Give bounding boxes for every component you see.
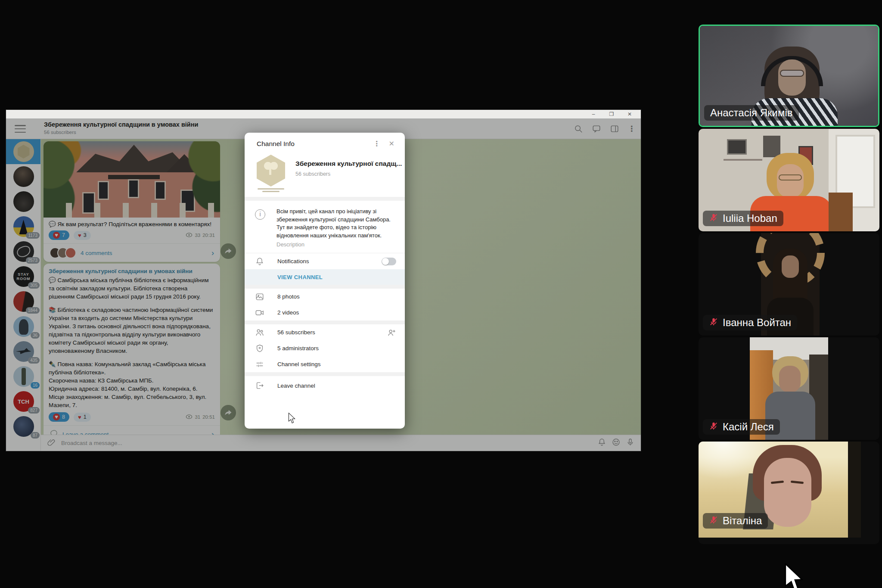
description-row: i Всім привіт, цей канал про ініціативу … [245, 201, 405, 253]
participant-name-tag: Віталіна [703, 513, 768, 529]
window-minimize-button[interactable]: – [590, 110, 597, 118]
dialog-title: Channel Info [257, 140, 295, 148]
participant-tile-anastasiia[interactable]: Анастасія Якимів [699, 25, 879, 127]
info-icon: i [255, 209, 265, 220]
video-icon [255, 308, 264, 317]
participant-name-tag: Анастасія Якимів [704, 105, 799, 121]
leave-icon [255, 381, 264, 390]
mouse-cursor-large [784, 563, 804, 588]
dialog-more-icon[interactable]: ⋮ [367, 140, 386, 148]
notifications-row[interactable]: Notifications [245, 253, 405, 269]
channel-profile: Збереження культурної спадщ... 56 subscr… [245, 152, 405, 197]
people-icon [255, 328, 264, 337]
muted-microphone-icon [709, 213, 718, 224]
settings-sliders-icon [255, 360, 264, 369]
notifications-toggle-off[interactable] [382, 258, 396, 265]
channel-info-dialog: Channel Info ⋮ ✕ Збереження культурної с… [245, 133, 405, 429]
add-subscriber-icon[interactable] [387, 328, 396, 337]
videos-row[interactable]: 2 videos [245, 305, 405, 320]
participant-tile-vitalina[interactable]: Віталіна [699, 442, 879, 544]
participant-name-tag: Іванна Войтан [703, 315, 797, 330]
muted-microphone-icon [709, 421, 718, 432]
photos-row[interactable]: 8 photos [245, 289, 405, 305]
participant-tile-ivanna[interactable]: Іванна Войтан [699, 233, 879, 336]
window-close-button[interactable]: ✕ [626, 110, 633, 118]
subscribers-row[interactable]: 56 subscribers [245, 324, 405, 340]
dialog-close-icon[interactable]: ✕ [386, 140, 397, 148]
mouse-cursor [288, 413, 295, 424]
view-channel-button[interactable]: VIEW CHANNEL [245, 269, 405, 285]
channel-avatar[interactable] [257, 155, 285, 187]
channel-description: Всім привіт, цей канал про ініціативу зі… [276, 208, 394, 240]
channel-name: Збереження культурної спадщ... [295, 160, 402, 168]
photo-icon [255, 292, 264, 302]
muted-microphone-icon [709, 317, 718, 328]
administrators-row[interactable]: 5 administrators [245, 340, 405, 356]
channel-settings-row[interactable]: Channel settings [245, 356, 405, 372]
bell-icon [255, 257, 264, 266]
shield-icon [255, 344, 264, 353]
participant-tile-kasii[interactable]: Касій Леся [699, 337, 879, 440]
tree-logo-icon [264, 161, 278, 178]
window-titlebar: – ❐ ✕ [6, 110, 641, 118]
participant-name-tag: Iuliia Hoban [703, 211, 783, 226]
window-restore-button[interactable]: ❐ [608, 110, 615, 118]
participant-tile-iuliia[interactable]: Iuliia Hoban [699, 129, 879, 231]
channel-subscribers: 56 subscribers [295, 171, 330, 177]
participant-name-tag: Касій Леся [703, 419, 780, 435]
telegram-window: – ❐ ✕ Збереження культурної спадщини в у… [6, 110, 641, 451]
description-label: Description [276, 241, 394, 248]
leave-channel-row[interactable]: Leave channel [245, 376, 405, 395]
screen: – ❐ ✕ Збереження культурної спадщини в у… [0, 0, 882, 588]
muted-microphone-icon [709, 515, 718, 526]
